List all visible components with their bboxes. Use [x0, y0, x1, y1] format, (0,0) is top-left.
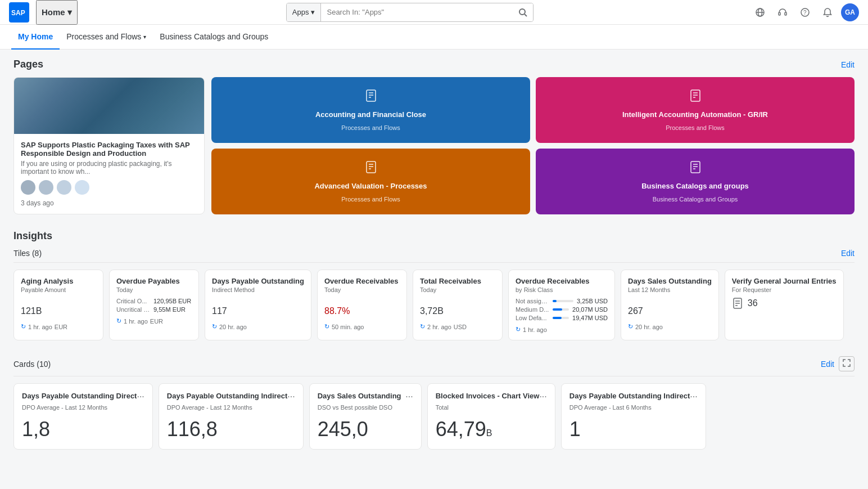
page-tile-business[interactable]: Business Catalogs and groups Business Ca…: [536, 149, 855, 214]
page-avatar-2: [39, 180, 53, 195]
od-payables-footer: ↻ 1 hr. ago EUR: [116, 317, 192, 325]
svg-point-1: [519, 9, 525, 15]
nav-processes-chevron-icon: ▾: [143, 34, 146, 40]
tile-total-receivables[interactable]: Total Receivables Today 3,72B ↻ 2 hr. ag…: [413, 270, 503, 340]
card-blocked-invoices-header: Blocked Invoices - Chart View ···: [436, 392, 547, 402]
page-tile-accounting[interactable]: Accounting and Financial Close Processes…: [211, 77, 530, 143]
nav-my-home-label: My Home: [18, 32, 53, 41]
card-dpo-indirect[interactable]: Days Payable Outstanding Indirect ··· DP…: [159, 383, 304, 450]
aging-value-suffix: B: [36, 306, 42, 316]
advanced-tile-title: Advanced Valuation - Processes: [314, 182, 427, 191]
card-dpo-indirect-menu-button[interactable]: ···: [287, 392, 295, 402]
search-button[interactable]: [513, 3, 533, 21]
card-blocked-invoices-menu-button[interactable]: ···: [539, 392, 546, 402]
dpo-title: Days Payable Outstanding: [212, 277, 304, 285]
tile-aging-analysis[interactable]: Aging Analysis Payable Amount 121B ↻ 1 h…: [13, 270, 103, 340]
bar-row-critical: Critical O... 120,95B EUR: [116, 298, 192, 304]
card-blocked-invoices[interactable]: Blocked Invoices - Chart View ··· Total …: [427, 383, 555, 450]
aging-currency: EUR: [55, 324, 67, 330]
low-label: Low Defa...: [516, 315, 549, 321]
search-area: Apps ▾: [286, 3, 534, 22]
nav-processes-label: Processes and Flows: [66, 32, 141, 41]
tile-overdue-risk[interactable]: Overdue Receivables by Risk Class Not as…: [508, 270, 615, 340]
card-dpo-indirect-header: Days Payable Outstanding Indirect ···: [167, 392, 295, 402]
pages-tiles-grid: Accounting and Financial Close Processes…: [211, 77, 855, 214]
tile-overdue-receivables[interactable]: Overdue Receivables Today 88.7% ↻ 50 min…: [317, 270, 407, 340]
dso-refresh-icon: ↻: [628, 323, 633, 330]
cards-edit-button[interactable]: Edit: [821, 360, 834, 369]
cards-expand-button[interactable]: [839, 356, 855, 371]
card-blocked-invoices-sub: Total: [436, 404, 547, 411]
svg-rect-14: [691, 90, 700, 101]
user-avatar-button[interactable]: GA: [841, 3, 859, 21]
bar-row-uncritical: Uncritical O... 9,55M EUR: [116, 306, 192, 313]
blocked-invoices-num: 64,79: [436, 418, 486, 441]
medium-bg: [553, 308, 569, 311]
od-payables-title: Overdue Payables: [116, 277, 192, 285]
card-dpo-direct-title: Days Payable Outstanding Direct: [22, 392, 137, 400]
card-dpo-direct[interactable]: Days Payable Outstanding Direct ··· DPO …: [13, 383, 153, 450]
tile-overdue-payables[interactable]: Overdue Payables Today Critical O... 120…: [109, 270, 199, 340]
card-dpo-direct-menu-button[interactable]: ···: [137, 392, 144, 402]
total-recv-currency: USD: [454, 324, 467, 330]
od-risk-refresh-icon: ↻: [516, 326, 521, 333]
card-dpo-indirect-6m-title: Days Payable Outstanding Indirect: [569, 392, 690, 400]
nav-item-my-home[interactable]: My Home: [11, 25, 60, 50]
card-days-sales-menu-button[interactable]: ···: [405, 392, 413, 402]
card-days-sales[interactable]: Days Sales Outstanding ··· DSO vs Best p…: [309, 383, 422, 450]
home-label: Home: [42, 7, 65, 17]
card-dpo-indirect-sub: DPO Average - Last 12 Months: [167, 404, 295, 411]
cards-header-left: Cards (10): [13, 360, 51, 369]
nav-item-processes[interactable]: Processes and Flows ▾: [60, 25, 153, 50]
advanced-tile-icon: [364, 160, 378, 177]
insights-section-header: Insights: [13, 230, 855, 242]
od-recv-value: 88.7%: [324, 298, 400, 318]
od-payables-currency: EUR: [150, 318, 163, 325]
header-icons: ? GA: [751, 3, 859, 21]
total-recv-sub: Today: [420, 286, 495, 293]
od-risk-title: Overdue Receivables: [516, 277, 608, 285]
vjr-value-num: 36: [748, 298, 758, 308]
insights-tiles-row: Aging Analysis Payable Amount 121B ↻ 1 h…: [13, 270, 855, 343]
aging-value: 121B: [21, 298, 96, 318]
home-chevron-icon: ▾: [67, 7, 72, 17]
notification-bell-button[interactable]: [819, 3, 837, 21]
dpo-refresh-icon: ↻: [212, 323, 217, 330]
help-icon-button[interactable]: ?: [796, 3, 814, 21]
dpo-sub: Indirect Method: [212, 286, 304, 293]
low-bg: [553, 317, 569, 319]
pages-main-card-desc: If you are using or producing plastic pa…: [21, 160, 197, 176]
page-avatar-1: [21, 180, 35, 195]
pages-main-card[interactable]: SAP Supports Plastic Packaging Taxes wit…: [13, 77, 205, 214]
home-menu-button[interactable]: Home ▾: [36, 0, 78, 25]
critical-label: Critical O...: [116, 298, 150, 304]
pages-edit-button[interactable]: Edit: [841, 60, 855, 69]
vjr-sub: For Requester: [732, 286, 837, 293]
nav-bar: My Home Processes and Flows ▾ Business C…: [0, 25, 868, 50]
advanced-tile-subtitle: Processes and Flows: [341, 196, 400, 203]
insights-edit-button[interactable]: Edit: [841, 249, 855, 258]
search-scope-selector[interactable]: Apps ▾: [287, 3, 322, 21]
tile-days-payable[interactable]: Days Payable Outstanding Indirect Method…: [205, 270, 311, 340]
intelligent-tile-subtitle: Processes and Flows: [666, 124, 725, 131]
risk-row-low: Low Defa... 19,47M USD: [516, 315, 608, 321]
card-dpo-indirect-6m[interactable]: Days Payable Outstanding Indirect ··· DP…: [561, 383, 706, 450]
card-dpo-indirect-6m-sub: DPO Average - Last 6 Months: [569, 404, 698, 411]
page-tile-intelligent[interactable]: Intelligent Accounting Automation - GR/I…: [536, 77, 855, 143]
dpo-time: 20 hr. ago: [219, 324, 247, 330]
tile-verify-journal[interactable]: Verify General Journal Entries For Reque…: [725, 270, 844, 340]
card-days-sales-title: Days Sales Outstanding: [318, 392, 401, 400]
nav-item-business[interactable]: Business Catalogs and Groups: [153, 25, 275, 50]
medium-fill: [553, 308, 562, 311]
aging-sub: Payable Amount: [21, 286, 96, 293]
total-recv-title: Total Receivables: [420, 277, 495, 285]
aging-time: 1 hr. ago: [28, 324, 52, 330]
tile-days-sales[interactable]: Days Sales Outstanding Last 12 Months 26…: [621, 270, 719, 340]
globe-icon-button[interactable]: [751, 3, 769, 21]
search-input[interactable]: [321, 3, 512, 21]
card-dpo-indirect-6m-menu-button[interactable]: ···: [690, 392, 697, 402]
accounting-tile-title: Accounting and Financial Close: [315, 110, 426, 120]
headset-icon-button[interactable]: [774, 3, 792, 21]
card-dpo-direct-header: Days Payable Outstanding Direct ···: [22, 392, 144, 402]
page-tile-advanced[interactable]: Advanced Valuation - Processes Processes…: [211, 149, 530, 214]
